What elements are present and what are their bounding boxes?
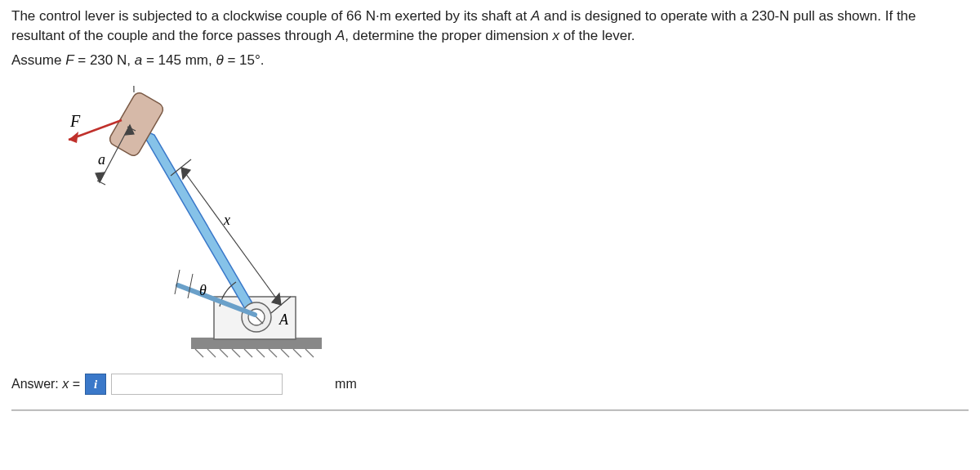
svg-line-8 xyxy=(293,349,301,357)
text: N·m exerted by its shaft at xyxy=(362,8,531,24)
text: , determine the proper dimension xyxy=(345,28,552,43)
divider xyxy=(11,410,969,411)
couple-value: 66 xyxy=(346,8,362,24)
svg-line-6 xyxy=(269,349,277,357)
label-A: A xyxy=(278,311,289,328)
stub-tick2 xyxy=(175,270,180,294)
pull-value: 230 xyxy=(751,8,774,24)
ground-hatch xyxy=(195,349,314,357)
svg-line-15 xyxy=(97,181,105,185)
text: of the lever. xyxy=(559,28,635,43)
answer-unit: mm xyxy=(335,375,357,393)
svg-line-4 xyxy=(244,349,252,357)
svg-line-0 xyxy=(195,349,203,357)
assumptions: Assume F = 230 N, a = 145 mm, θ = 15°. xyxy=(11,51,969,70)
svg-marker-17 xyxy=(96,172,105,182)
svg-marker-12 xyxy=(69,132,78,143)
F-val: = 230 N, xyxy=(74,52,135,68)
answer-input[interactable] xyxy=(111,374,283,395)
text: The control lever is subjected to a cloc… xyxy=(11,8,346,24)
handle-axis xyxy=(121,86,146,92)
svg-line-9 xyxy=(305,349,314,357)
a-sym: a xyxy=(135,52,142,68)
label-x: x xyxy=(223,212,230,228)
answer-row: Answer: x = i mm xyxy=(11,374,969,395)
info-icon[interactable]: i xyxy=(85,374,106,395)
svg-line-2 xyxy=(220,349,228,357)
point-A: A xyxy=(531,8,540,24)
svg-line-1 xyxy=(207,349,216,357)
F-sym: F xyxy=(65,52,74,68)
dim-x: x xyxy=(552,28,559,43)
equals: = xyxy=(69,377,80,391)
text: Assume xyxy=(11,52,65,68)
theta-val: = 15°. xyxy=(224,52,265,68)
stub-tick1 xyxy=(188,274,193,298)
problem-statement: The control lever is subjected to a cloc… xyxy=(11,7,969,46)
lever-svg: F a x θ A xyxy=(28,86,371,364)
label-a: a xyxy=(98,151,105,168)
text: Answer: xyxy=(11,377,62,391)
answer-label: Answer: x = xyxy=(11,375,80,393)
theta-sym: θ xyxy=(216,52,223,68)
label-theta: θ xyxy=(199,282,207,298)
svg-line-3 xyxy=(232,349,240,357)
svg-line-7 xyxy=(281,349,289,357)
text: and is designed to operate with a xyxy=(540,8,751,24)
lever-figure: F a x θ A xyxy=(28,86,371,364)
label-F: F xyxy=(69,112,81,130)
svg-line-5 xyxy=(256,349,265,357)
point-A: A xyxy=(336,28,345,43)
a-val: = 145 mm, xyxy=(142,52,216,68)
